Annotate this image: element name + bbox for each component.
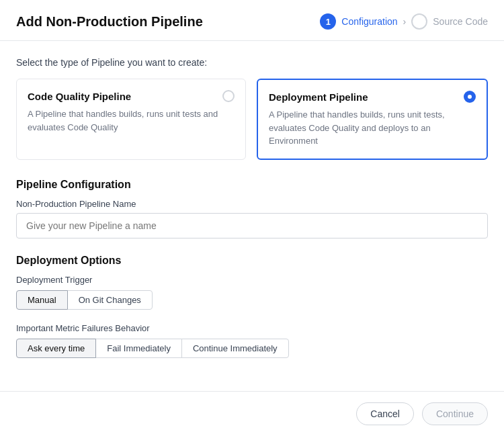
config-section-title: Pipeline Configuration <box>16 179 488 191</box>
step-2-label: Source Code <box>433 16 488 27</box>
trigger-git-btn[interactable]: On Git Changes <box>67 290 153 310</box>
trigger-manual-btn[interactable]: Manual <box>16 290 68 310</box>
step-chevron-icon: › <box>403 16 407 27</box>
trigger-button-group: Manual On Git Changes <box>16 290 488 310</box>
type-subtitle: Select the type of Pipeline you want to … <box>16 57 488 68</box>
step-2-circle <box>411 13 427 30</box>
continue-button[interactable]: Continue <box>422 402 488 425</box>
modal-title: Add Non-Production Pipeline <box>16 14 203 30</box>
metric-label: Important Metric Failures Behavior <box>16 323 488 333</box>
metric-ask-btn[interactable]: Ask every time <box>16 339 96 358</box>
modal-header: Add Non-Production Pipeline 1 Configurat… <box>0 0 504 41</box>
trigger-label: Deployment Trigger <box>16 275 488 285</box>
pipeline-name-input[interactable] <box>16 213 488 238</box>
modal-body: Select the type of Pipeline you want to … <box>0 41 504 391</box>
modal-footer: Cancel Continue <box>0 391 504 436</box>
metric-continue-btn[interactable]: Continue Immediately <box>181 339 289 358</box>
pipeline-name-label: Non-Production Pipeline Name <box>16 199 488 209</box>
deployment-options-section: Deployment Options Deployment Trigger Ma… <box>16 255 488 358</box>
deployment-card[interactable]: Deployment Pipeline A Pipeline that hand… <box>257 79 488 160</box>
add-pipeline-modal: Add Non-Production Pipeline 1 Configurat… <box>0 0 504 436</box>
steps-indicator: 1 Configuration › Source Code <box>320 13 488 30</box>
deployment-title: Deployment Pipeline <box>269 91 368 103</box>
code-quality-title: Code Quality Pipeline <box>28 91 131 102</box>
code-quality-radio[interactable] <box>222 90 235 102</box>
metric-button-group: Ask every time Fail Immediately Continue… <box>16 339 488 358</box>
deployment-radio[interactable] <box>464 91 476 103</box>
cancel-button[interactable]: Cancel <box>356 402 414 425</box>
pipeline-config-section: Pipeline Configuration Non-Production Pi… <box>16 179 488 255</box>
step-1-badge: 1 <box>320 13 336 30</box>
metric-fail-btn[interactable]: Fail Immediately <box>95 339 182 358</box>
step-1-label: Configuration <box>341 16 397 27</box>
deployment-card-header: Deployment Pipeline <box>269 91 476 103</box>
code-quality-card[interactable]: Code Quality Pipeline A Pipeline that ha… <box>16 79 246 160</box>
deployment-options-title: Deployment Options <box>16 255 488 267</box>
pipeline-type-row: Code Quality Pipeline A Pipeline that ha… <box>16 79 488 160</box>
code-quality-card-header: Code Quality Pipeline <box>28 90 235 102</box>
code-quality-desc: A Pipeline that handles builds, runs uni… <box>28 107 235 134</box>
deployment-desc: A Pipeline that handles builds, runs uni… <box>269 108 476 148</box>
